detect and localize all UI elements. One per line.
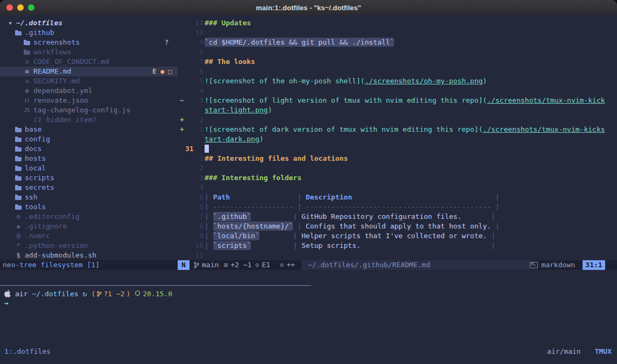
editor-line[interactable]: 6 xyxy=(178,67,617,76)
editor-line[interactable]: 31 xyxy=(178,144,617,154)
editor-line[interactable]: 9| `local/bin` | Helper scripts that I'v… xyxy=(178,231,617,241)
text-segment: | xyxy=(251,241,302,249)
text-segment: | xyxy=(293,222,305,230)
editor-line[interactable]: ~3![screenshot of light version of tmux … xyxy=(178,96,617,105)
tree-item-scripts[interactable]: scripts xyxy=(0,173,178,183)
tree-item-docs[interactable]: docs xyxy=(0,144,178,154)
tree-item-base[interactable]: base xyxy=(0,125,178,134)
node-version-segment: 20.15.0 xyxy=(135,290,172,298)
diagnostics-icon: ⊙ xyxy=(255,260,259,270)
editor-line[interactable]: 1## Interesting files and locations xyxy=(178,154,617,163)
tree-item-hosts[interactable]: hosts xyxy=(0,154,178,163)
tree-item-workflows[interactable]: workflows xyxy=(0,47,178,57)
text-segment: `.github` xyxy=(213,212,251,221)
editor-line[interactable]: tart-dark.png) xyxy=(178,134,617,144)
close-button[interactable] xyxy=(6,4,13,11)
chevron-icon: ▾ xyxy=(6,18,14,28)
node-hexagon-icon xyxy=(135,290,141,297)
editor-line[interactable]: 3### Interesting folders xyxy=(178,173,617,183)
tmux-window-tab[interactable]: 1:.dotfiles xyxy=(4,347,51,356)
tree-item-tools[interactable]: tools xyxy=(0,202,178,212)
line-content: ## The looks xyxy=(205,57,255,67)
filetype-segment: M↓ markdown xyxy=(530,260,575,270)
tmux-badge: TMUX xyxy=(595,347,612,356)
text-segment: tart-dark.png xyxy=(205,135,260,143)
tree-item-config[interactable]: config xyxy=(0,134,178,144)
editor-line[interactable]: 4 xyxy=(178,86,617,96)
gear-icon: ⚙ xyxy=(23,86,31,96)
tree-item-ssh[interactable]: ssh xyxy=(0,192,178,202)
text-segment: ![screenshot of the oh-my-posh shell] xyxy=(205,77,361,85)
line-content: ### Updates xyxy=(205,18,251,28)
tree-item-editorconfig[interactable]: ⚙.editorconfig xyxy=(0,212,178,222)
editor-line[interactable]: 5![screenshot of the oh-my-posh shell](.… xyxy=(178,76,617,86)
line-number: 31 xyxy=(185,144,204,154)
text-segment: | xyxy=(205,193,213,201)
tree-item-label: .gitignore xyxy=(25,222,67,231)
editor-line[interactable]: 9`cd $HOME/.dotfiles && git pull && ./in… xyxy=(178,38,617,47)
line-number: 8 xyxy=(185,47,204,57)
tree-item-python-version[interactable]: *.python-version xyxy=(0,241,178,251)
minimize-button[interactable] xyxy=(17,4,24,11)
editor-line[interactable]: 8 xyxy=(178,47,617,57)
prompt-cwd: ~/.dotfiles xyxy=(32,290,78,298)
tree-item-renovate-json[interactable]: {}renovate.json xyxy=(0,96,178,105)
mode-indicator: N xyxy=(178,260,190,270)
terminal-window: main:1:.dotfiles - "ks~/.dotfiles" ▾~/.d… xyxy=(0,0,617,364)
editor-line[interactable]: 10| `scripts` | Setup scripts. | xyxy=(178,241,617,251)
editor-line[interactable]: +1![screenshot of dark version of tmux w… xyxy=(178,125,617,134)
editor-line[interactable]: 7## The looks xyxy=(178,57,617,67)
line-number: 11 xyxy=(185,251,204,260)
editor-line[interactable]: 11### Updates xyxy=(178,18,617,28)
tree-item-add-submodules-sh[interactable]: $add-submodules.sh xyxy=(0,251,178,260)
maximize-button[interactable] xyxy=(28,4,34,11)
titlebar[interactable]: main:1:.dotfiles - "ks~/.dotfiles" xyxy=(0,0,617,16)
text-segment: ![screenshot of dark version of tmux wit… xyxy=(205,125,479,133)
line-content: ## Interesting files and locations xyxy=(205,154,348,163)
tree-item-local[interactable]: local xyxy=(0,163,178,173)
text-segment: start-light.png xyxy=(205,106,268,114)
line-content: | `.github` | GitHub Repository configur… xyxy=(205,212,495,222)
tree-item-label: ssh xyxy=(25,192,37,202)
editor-line[interactable]: 10 xyxy=(178,28,617,38)
tree-item-github[interactable]: .github xyxy=(0,28,178,38)
editor-buffer[interactable]: 11### Updates109`cd $HOME/.dotfiles && g… xyxy=(178,18,617,260)
star-icon: * xyxy=(15,241,22,251)
line-number: 6 xyxy=(185,202,204,212)
tree-item-label: config xyxy=(25,134,50,144)
terminal-content: ▾~/.dotfiles.githubscreenshots?workflows… xyxy=(0,15,617,364)
shell-prompt-line2[interactable]: → xyxy=(4,298,9,308)
line-content: start-light.png) xyxy=(205,105,272,115)
editor-line[interactable]: start-light.png) xyxy=(178,105,617,115)
tree-item-readme-md[interactable]: ≡README.mdE●□ xyxy=(0,67,178,76)
tree-item-secrets[interactable]: secrets xyxy=(0,183,178,192)
tree-item-nvmrc[interactable]: @.nvmrc xyxy=(0,231,178,241)
tree-item-security-md[interactable]: ≡SECURITY.md xyxy=(0,76,178,86)
tree-item-tag-changelog-config-js[interactable]: JStag-changelog-config.js xyxy=(0,105,178,115)
tree-item-dotfiles[interactable]: ▾~/.dotfiles xyxy=(0,18,178,28)
prompt-arrow: → xyxy=(4,299,9,307)
line-number: 5 xyxy=(185,192,204,202)
line-content: ![screenshot of light version of tmux wi… xyxy=(205,96,605,105)
editor-line[interactable]: 6| ------------------- | ---------------… xyxy=(178,202,617,212)
tree-item-code-of-conduct-md[interactable]: ≡CODE_OF_CONDUCT.md xyxy=(0,57,178,67)
tree-item-1-hidden-item[interactable]: (1 hidden item) xyxy=(0,115,178,125)
editor-line[interactable]: 4 xyxy=(178,183,617,192)
line-number: 6 xyxy=(185,67,204,76)
filetype-label: markdown xyxy=(541,260,575,270)
editor-line[interactable]: +2 xyxy=(178,115,617,125)
line-number: 10 xyxy=(185,241,204,251)
md-icon: ≡ xyxy=(23,57,31,67)
editor-line[interactable]: 7| `.github` | GitHub Repository configu… xyxy=(178,212,617,222)
tree-item-screenshots[interactable]: screenshots? xyxy=(0,38,178,47)
tmux-pane-border[interactable] xyxy=(0,285,311,286)
line-number: 5 xyxy=(185,76,204,86)
editor-line[interactable]: 11 xyxy=(178,251,617,260)
editor-line[interactable]: 2 xyxy=(178,163,617,173)
editor-line[interactable]: 5| Path | Description | xyxy=(178,192,617,202)
editor-line[interactable]: 8| `hosts/{hostname}/` | Configs that sh… xyxy=(178,222,617,231)
tree-item-dependabot-yml[interactable]: ⚙dependabot.yml xyxy=(0,86,178,96)
neotree-status: neo-tree filesystem [1] xyxy=(0,260,178,270)
tree-item-gitignore[interactable]: ◆.gitignore xyxy=(0,222,178,231)
line-content: | `hosts/{hostname}/` | Configs that sho… xyxy=(205,222,500,231)
